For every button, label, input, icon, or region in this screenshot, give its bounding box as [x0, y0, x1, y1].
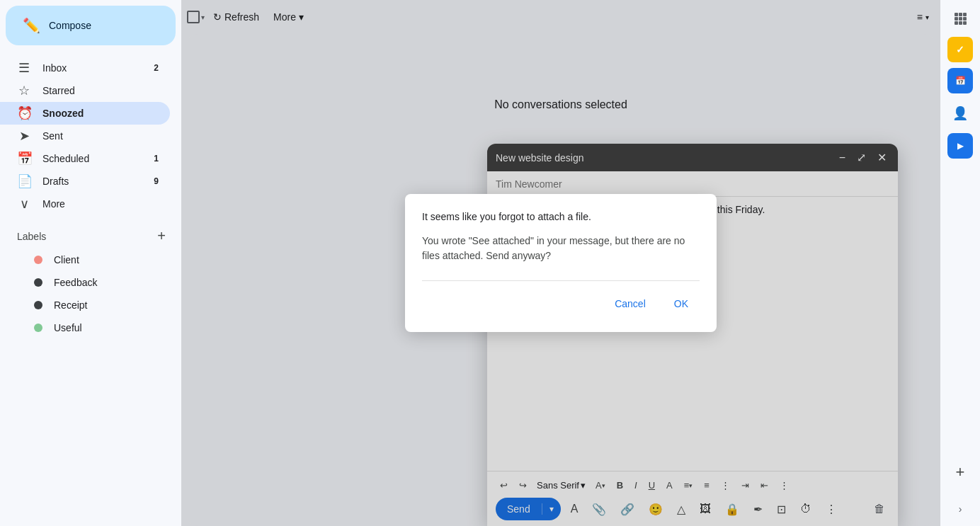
add-icon: + — [956, 463, 965, 481]
client-label: Client — [54, 254, 79, 265]
add-addon-button[interactable]: + — [946, 458, 974, 486]
labels-header: Labels + — [17, 227, 170, 246]
label-client[interactable]: Client — [17, 248, 159, 271]
feedback-label: Feedback — [54, 277, 97, 288]
cancel-button[interactable]: Cancel — [603, 292, 657, 315]
drafts-count: 9 — [154, 176, 159, 186]
inbox-icon: ☰ — [17, 60, 31, 76]
label-receipt[interactable]: Receipt — [17, 294, 159, 316]
drafts-icon: 📄 — [17, 173, 31, 189]
google-apps-button[interactable] — [947, 6, 973, 31]
useful-dot — [34, 324, 42, 332]
calendar-icon: 📅 — [955, 76, 966, 86]
sent-icon: ➤ — [17, 128, 31, 144]
main-area: ▾ ↻ Refresh More ▾ ≡ ▾ No conversations … — [181, 0, 940, 526]
compose-label: Compose — [49, 20, 91, 31]
inbox-count: 2 — [154, 63, 159, 73]
snoozed-icon: ⏰ — [17, 105, 31, 121]
receipt-label: Receipt — [54, 299, 87, 311]
useful-label: Useful — [54, 322, 82, 333]
collapse-panel-btn[interactable]: › — [940, 498, 980, 520]
labels-section: Labels + Client Feedback Receipt Useful — [0, 215, 181, 345]
calendar-button[interactable]: 📅 — [947, 68, 973, 93]
nav-list: ☰ Inbox 2 ☆ Starred ⏰ Snoozed ➤ Sent 📅 S… — [0, 57, 181, 215]
sidebar-item-more[interactable]: ∨ More — [0, 193, 170, 215]
sidebar-item-starred[interactable]: ☆ Starred — [0, 79, 170, 102]
svg-rect-0 — [955, 13, 958, 16]
chevron-right-icon: › — [959, 503, 962, 515]
right-panel: ✓ 📅 👤 ▶ + › — [940, 0, 980, 526]
svg-rect-5 — [963, 17, 967, 21]
scheduled-icon: 📅 — [17, 151, 31, 166]
contacts-icon: 👤 — [952, 105, 968, 121]
tasks-icon: ✓ — [956, 44, 964, 55]
more-icon: ∨ — [17, 196, 31, 212]
forgot-attachment-dialog: It seems like you forgot to attach a fil… — [405, 194, 717, 332]
svg-rect-6 — [955, 21, 958, 25]
dialog-main-message: It seems like you forgot to attach a fil… — [422, 211, 700, 222]
svg-rect-1 — [959, 13, 962, 16]
modal-overlay: It seems like you forgot to attach a fil… — [181, 0, 940, 526]
label-useful[interactable]: Useful — [17, 316, 159, 339]
sidebar-item-snoozed[interactable]: ⏰ Snoozed — [0, 102, 170, 125]
client-dot — [34, 256, 42, 264]
contacts-button[interactable]: 👤 — [946, 99, 974, 127]
dialog-secondary-message: You wrote "See attached" in your message… — [422, 234, 700, 263]
ok-button[interactable]: OK — [663, 292, 700, 315]
drafts-label: Drafts — [42, 176, 142, 187]
dialog-divider — [422, 280, 700, 281]
svg-rect-8 — [963, 21, 967, 25]
inbox-label: Inbox — [42, 62, 142, 74]
sidebar-item-drafts[interactable]: 📄 Drafts 9 — [0, 170, 170, 193]
svg-rect-3 — [955, 17, 958, 21]
meet-icon: ▶ — [957, 141, 964, 151]
pencil-icon: ✏️ — [23, 17, 40, 34]
svg-rect-4 — [959, 17, 962, 21]
starred-label: Starred — [42, 85, 159, 96]
svg-rect-2 — [963, 13, 967, 16]
scheduled-label: Scheduled — [42, 153, 142, 164]
sent-label: Sent — [42, 130, 159, 142]
svg-rect-7 — [959, 21, 962, 25]
apps-grid-icon — [953, 11, 967, 25]
star-icon: ☆ — [17, 83, 31, 98]
dialog-actions: Cancel OK — [422, 292, 700, 315]
sidebar-item-sent[interactable]: ➤ Sent — [0, 125, 170, 147]
compose-button[interactable]: ✏️ Compose — [6, 6, 176, 45]
snoozed-label: Snoozed — [42, 108, 159, 119]
label-feedback[interactable]: Feedback — [17, 271, 159, 294]
feedback-dot — [34, 278, 42, 287]
meet-button[interactable]: ▶ — [947, 133, 973, 159]
labels-title: Labels — [17, 231, 46, 242]
receipt-dot — [34, 301, 42, 309]
sidebar: ✏️ Compose ☰ Inbox 2 ☆ Starred ⏰ Snoozed… — [0, 0, 181, 526]
scheduled-count: 1 — [154, 154, 159, 164]
add-label-button[interactable]: + — [153, 227, 170, 246]
sidebar-item-scheduled[interactable]: 📅 Scheduled 1 — [0, 147, 170, 170]
more-label: More — [42, 198, 159, 210]
sidebar-item-inbox[interactable]: ☰ Inbox 2 — [0, 57, 170, 79]
tasks-button[interactable]: ✓ — [947, 37, 973, 62]
